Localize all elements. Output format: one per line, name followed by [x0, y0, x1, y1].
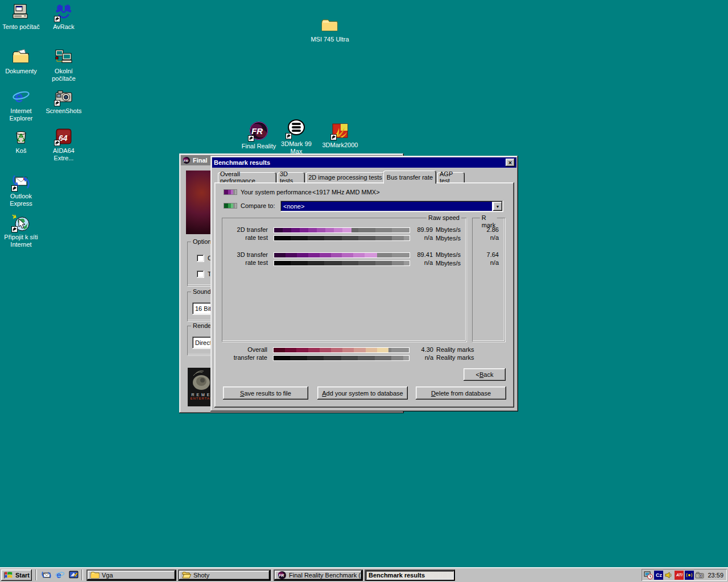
screenshot-tray-icon[interactable] — [695, 571, 704, 580]
ati-tray-icon[interactable]: ATI — [675, 571, 684, 580]
2d-your-unit: Mbytes/s — [436, 226, 461, 234]
svg-text:FR: FR — [184, 159, 189, 163]
keyboard-language-indicator[interactable]: Cz — [654, 571, 663, 580]
task-button-benchmark-results[interactable]: Benchmark results — [365, 569, 455, 581]
tab-2d-image-processing[interactable]: 2D image processing tests — [306, 172, 384, 182]
desktop-icon-3dmark99[interactable]: 3DMark 99 Max — [275, 118, 317, 155]
shortcut-arrow-icon — [330, 134, 337, 140]
dialog-title: Benchmark results — [214, 159, 503, 166]
tab-overall-performance[interactable]: Overall performance — [218, 172, 276, 182]
row-label: 3D transfer — [222, 251, 268, 259]
compare-dropdown-button[interactable]: ▼ — [493, 202, 502, 211]
avrack-icon — [55, 3, 73, 22]
3d-your-unit: Mbytes/s — [436, 251, 461, 259]
compare-dropdown-value: <none> — [282, 202, 492, 211]
aida64-icon: 64 — [55, 127, 73, 146]
shortcut-arrow-icon — [11, 226, 18, 232]
3d-your-value: 89.41 — [407, 251, 433, 259]
icon-label: MSI 745 Ultra — [309, 36, 351, 43]
icon-label: Tento počítač — [0, 23, 42, 31]
icon-label: AvRack — [43, 23, 85, 31]
tab-3d-tests[interactable]: 3D tests — [278, 172, 305, 182]
back-button[interactable]: < Back — [464, 368, 506, 381]
shortcut-arrow-icon — [54, 140, 60, 146]
clock[interactable]: 23:59 — [708, 572, 723, 579]
quicklaunch-ie-icon[interactable]: e — [55, 570, 65, 580]
options-group-label: Option — [191, 238, 213, 246]
network-computers-icon — [55, 48, 73, 66]
close-icon: × — [508, 159, 512, 166]
close-button[interactable]: × — [506, 159, 515, 167]
icon-label: Final Reality — [238, 143, 280, 150]
icon-label: Připojit k síti Internet — [0, 234, 42, 248]
task-scheduler-icon[interactable] — [644, 571, 653, 580]
2d-compare-unit: Mbytes/s — [436, 235, 461, 242]
benchmark-results-dialog: Benchmark results × Overall performance … — [210, 156, 518, 411]
2d-your-rmark: 2.86 — [474, 226, 499, 234]
task-button-final-reality[interactable]: FR Final Reality Benchmark (1... — [274, 569, 363, 581]
raw-speed-group: Raw speed 2D transfer rate test 89.99 Mb… — [222, 218, 466, 342]
desktop-icon-connect-internet[interactable]: Připojit k síti Internet — [0, 214, 42, 248]
task-button-shoty[interactable]: Shoty — [178, 569, 271, 581]
desktop-icon-3dmark2000[interactable]: 3DMark2000 — [319, 122, 361, 149]
camera-icon — [55, 88, 73, 106]
shortcut-arrow-icon — [54, 100, 60, 106]
2d-your-bar — [274, 227, 410, 233]
volume-icon[interactable] — [664, 571, 673, 580]
tab-panel: Your system performance <1917 MHz AMD MM… — [214, 182, 514, 408]
final-reality-icon: FR — [278, 571, 287, 580]
task-button-vga[interactable]: Vga — [86, 569, 176, 581]
r-mark-group: R mark 2.86 n/a 7.64 n/a — [472, 218, 505, 342]
globe-connect-icon — [12, 214, 30, 232]
delete-from-database-button[interactable]: Delete from database — [416, 386, 506, 400]
folder-icon — [90, 571, 100, 580]
overall-compare-value: n/a — [410, 354, 433, 361]
save-results-button[interactable]: Save results to file — [223, 386, 308, 400]
shortcut-arrow-icon — [286, 133, 292, 139]
signal-tray-icon[interactable] — [685, 571, 694, 580]
folder-icon — [321, 16, 339, 34]
outlook-express-icon — [12, 173, 30, 191]
desktop-icon-final-reality[interactable]: FR Final Reality — [238, 120, 280, 150]
add-system-button[interactable]: Add your system to database — [317, 386, 408, 400]
overall-label: transfer rate — [214, 354, 267, 361]
desktop-icon-my-computer[interactable]: Tento počítač — [0, 3, 42, 31]
dialog-titlebar[interactable]: Benchmark results × — [212, 157, 516, 168]
option-checkbox-2[interactable] — [197, 271, 204, 278]
option-checkbox-1[interactable] — [197, 255, 204, 262]
tab-bus-transfer-rate[interactable]: Bus transfer rate — [383, 171, 436, 184]
desktop-icon-msi-folder[interactable]: MSI 745 Ultra — [309, 16, 351, 43]
desktop-icon-network-neighborhood[interactable]: Okolní počítače — [43, 48, 85, 82]
taskbar-separator — [35, 569, 37, 580]
desktop-icon-avrack[interactable]: AvRack — [43, 3, 85, 31]
2d-your-value: 89.99 — [407, 226, 433, 234]
your-system-label: Your system performance — [241, 189, 312, 196]
start-label: Start — [15, 572, 30, 579]
desktop-icon-documents[interactable]: Dokumenty — [0, 48, 42, 75]
shortcut-arrow-icon — [248, 135, 254, 142]
overall-your-value: 4.30 — [410, 346, 433, 354]
svg-text:e: e — [15, 89, 23, 106]
desktop-icon-outlook-express[interactable]: Outlook Express — [0, 173, 42, 207]
tab-agp-test[interactable]: AGP test — [437, 172, 465, 182]
compare-label: Compare to: — [241, 202, 275, 209]
final-reality-icon: FR — [249, 120, 269, 141]
desktop-icon-aida64[interactable]: 64 AIDA64 Extre... — [43, 127, 85, 162]
overall-your-unit: Reality marks — [436, 346, 474, 354]
quicklaunch-show-desktop-icon[interactable] — [69, 570, 78, 580]
desktop-icon-screenshots[interactable]: ScreenShots — [43, 88, 85, 115]
start-button[interactable]: Start — [1, 569, 32, 581]
row-label: rate test — [222, 234, 268, 242]
2d-compare-rmark: n/a — [474, 234, 499, 242]
icon-label: Internet Explorer — [0, 107, 42, 122]
icon-label: Okolní počítače — [43, 68, 85, 82]
desktop-icon-recycle-bin[interactable]: Koš — [0, 127, 42, 155]
desktop-icon-internet-explorer[interactable]: e Internet Explorer — [0, 88, 42, 122]
quicklaunch-outlook-icon[interactable] — [42, 570, 51, 580]
row-label: 2D transfer — [222, 226, 268, 234]
render-select-value: Direct — [195, 339, 212, 346]
svg-text:FR: FR — [251, 126, 263, 136]
icon-label: Dokumenty — [0, 68, 42, 75]
compare-dropdown[interactable]: <none> ▼ — [280, 201, 503, 212]
icon-label: AIDA64 Extre... — [43, 147, 85, 162]
